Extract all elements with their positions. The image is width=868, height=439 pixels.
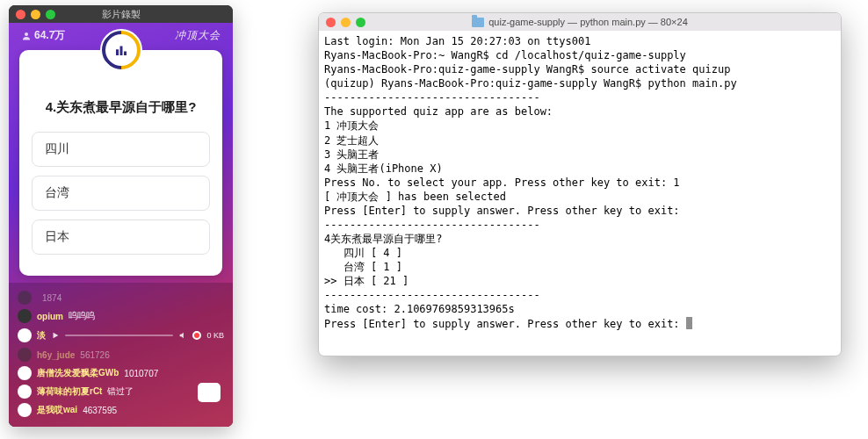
bar-chart-icon	[113, 42, 129, 58]
minimize-icon[interactable]	[341, 18, 351, 27]
minimize-icon[interactable]	[31, 10, 40, 19]
chat-text: 1010707	[124, 369, 158, 378]
play-icon	[51, 331, 60, 340]
quiz-card: 4.关东煮最早源自于哪里? 四川 台湾 日本	[19, 50, 222, 276]
phone-window-title: 影片錄製	[9, 8, 233, 21]
audio-size: 0 KB	[206, 331, 224, 340]
chat-text: 4637595	[83, 406, 117, 415]
svg-rect-1	[116, 49, 119, 55]
volume-icon	[178, 331, 187, 340]
chat-user: 唐僧洗发爱飘柔GWb	[37, 367, 119, 379]
chat-user: opium	[37, 312, 63, 321]
chat-line: 1874	[18, 291, 224, 305]
chat-user: 淡	[37, 329, 46, 342]
svg-rect-3	[124, 52, 127, 56]
avatar	[18, 328, 32, 342]
chat-text: 错过了	[107, 385, 134, 398]
chat-line: 薄荷味的初夏rCt 错过了	[18, 385, 224, 399]
quiz-option-2[interactable]: 台湾	[32, 176, 210, 211]
chat-line: h6y_jude 561726	[18, 348, 224, 362]
chat-line: 唐僧洗发爱飘柔GWb 1010707	[18, 366, 224, 380]
poll-badge	[100, 29, 142, 71]
viewer-count-value: 64.7万	[34, 28, 65, 43]
quiz-question: 4.关东煮最早源自于哪里?	[32, 99, 210, 116]
viewer-count: 64.7万	[21, 28, 65, 43]
person-icon	[21, 31, 32, 41]
terminal-cursor	[686, 317, 692, 329]
avatar	[18, 385, 32, 399]
terminal-title-text: quiz-game-supply — python main.py — 80×2…	[488, 17, 688, 27]
chat-line: 是我哎wai 4637595	[18, 403, 224, 417]
zoom-icon[interactable]	[46, 10, 55, 19]
avatar	[18, 403, 32, 417]
chat-user: 薄荷味的初夏rCt	[37, 385, 102, 398]
folder-icon	[472, 18, 484, 27]
close-icon[interactable]	[16, 10, 25, 19]
terminal-titlebar[interactable]: quiz-game-supply — python main.py — 80×2…	[319, 13, 841, 31]
chat-text: 1874	[42, 293, 61, 303]
chat-text: 呜呜呜	[69, 310, 95, 322]
avatar	[18, 348, 32, 362]
svg-point-0	[25, 32, 28, 36]
phone-window-titlebar[interactable]: 影片錄製	[9, 5, 233, 23]
comment-button[interactable]	[198, 383, 221, 402]
terminal-window: quiz-game-supply — python main.py — 80×2…	[318, 12, 842, 356]
live-chat: 1874 opium 呜呜呜 淡 0 KB h6y_j	[9, 283, 233, 427]
close-icon[interactable]	[326, 18, 336, 27]
quiz-option-3[interactable]: 日本	[32, 220, 210, 255]
chat-text: 561726	[80, 350, 109, 360]
phone-screen: 64.7万 冲顶大会 4.关东煮最早源自于哪里? 四川 台湾 日本 1874	[9, 23, 233, 427]
svg-rect-2	[119, 47, 122, 56]
chat-user: h6y_jude	[37, 350, 75, 360]
terminal-output: Last login: Mon Jan 15 20:27:03 on ttys0…	[324, 35, 737, 330]
avatar	[18, 309, 32, 323]
chat-line: opium 呜呜呜	[18, 309, 224, 323]
audio-message[interactable]: 0 KB	[51, 327, 224, 343]
avatar	[18, 291, 32, 305]
terminal-body[interactable]: Last login: Mon Jan 15 20:27:03 on ttys0…	[319, 31, 841, 356]
avatar	[18, 366, 32, 380]
quiz-option-1[interactable]: 四川	[32, 132, 210, 167]
record-icon	[192, 331, 201, 340]
chat-line: 淡 0 KB	[18, 327, 224, 343]
zoom-icon[interactable]	[356, 18, 365, 27]
chat-user: 是我哎wai	[37, 404, 77, 416]
audio-track	[65, 335, 173, 336]
app-brand: 冲顶大会	[175, 28, 221, 43]
terminal-title: quiz-game-supply — python main.py — 80×2…	[319, 17, 841, 27]
phone-recording-window: 影片錄製 64.7万 冲顶大会 4.关东煮最早源自于哪里? 四川 台湾 日本	[9, 5, 233, 427]
